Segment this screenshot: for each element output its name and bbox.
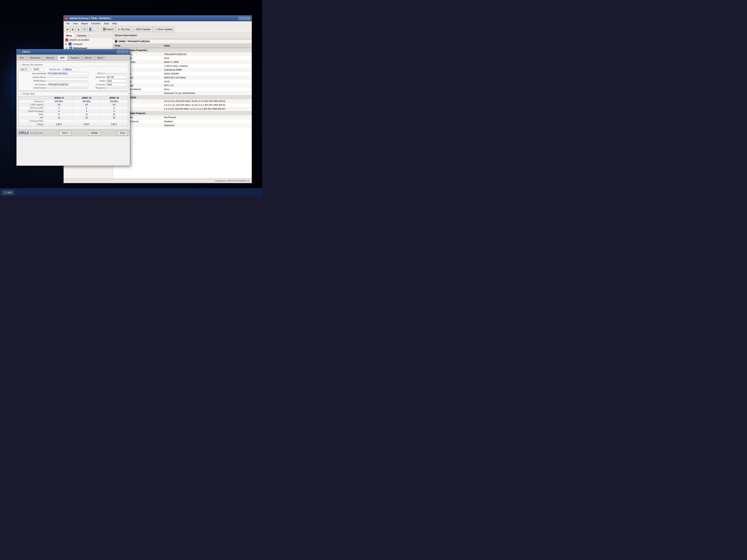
sidebar-item-computer[interactable]: ▶ 🖥 Computer bbox=[64, 42, 112, 46]
driver-label: Driver Updates bbox=[158, 28, 173, 30]
toolbar-back-button[interactable]: ◄ bbox=[65, 27, 70, 32]
toolbar-refresh-button[interactable]: ↺ bbox=[82, 27, 87, 32]
module-manuf-label: Module Manuf. bbox=[20, 76, 46, 78]
aida64-minimize-button[interactable]: − bbox=[238, 17, 242, 20]
memory-slot-section: — Memory Slot Selection Slot #1 ▼ DDR2 M… bbox=[18, 62, 128, 90]
correction-label: Correction bbox=[89, 83, 105, 86]
cas-j2: 4.0 bbox=[73, 103, 100, 106]
table-row: Module Size 1 GB (2 ranks, 4 banks) bbox=[113, 64, 252, 68]
menu-view[interactable]: View bbox=[72, 22, 80, 25]
aida64-titlebar: 64 AIDA64 Extreme [ TRIAL VERSION ] − □ … bbox=[64, 16, 252, 21]
ras-precharge-j1: 3 bbox=[45, 110, 73, 113]
value-refresh-rate: Reduced (7.8 us), Self-Refresh bbox=[162, 91, 252, 95]
aida64-app-icon: 64 bbox=[65, 17, 68, 20]
ras-cas-row: RAS# to CAS# 3 4 5 bbox=[19, 106, 128, 110]
toolbar-buynow-button[interactable]: ★ Buy Now bbox=[116, 27, 132, 32]
toolbar-bios-button[interactable]: ↓ BIOS Updates bbox=[132, 27, 153, 32]
report-label: Report bbox=[107, 28, 113, 30]
toolbar-report-button[interactable]: Report bbox=[101, 27, 115, 32]
menu-help[interactable]: Help bbox=[110, 22, 119, 25]
voltage-j1: 1.80 V bbox=[45, 123, 73, 126]
aida64-menubar: File View Report Favorites Tools Help bbox=[64, 21, 252, 26]
report-icon bbox=[103, 28, 106, 31]
taskbar-spd-button[interactable]: SPD bbox=[2, 190, 14, 195]
voltage-j2: 1.80 V bbox=[73, 123, 100, 126]
aida64-maximize-button[interactable]: □ bbox=[243, 17, 246, 20]
toolbar-graph-button[interactable]: 📈 bbox=[93, 27, 99, 32]
cpuz-maximize-button[interactable]: □ bbox=[121, 50, 125, 54]
cpuz-logo: CPU-Z bbox=[19, 131, 29, 135]
table-row: Weak Driver Supported bbox=[113, 124, 252, 128]
aida64-window-controls: − □ × bbox=[238, 17, 251, 20]
table-row: FET Switch External Disabled bbox=[113, 119, 252, 124]
sidebar-tab-favorites[interactable]: Favorites bbox=[75, 33, 89, 38]
slot-dropdown[interactable]: Slot #1 ▼ bbox=[20, 68, 30, 71]
sidebar-tab-menu[interactable]: Menu bbox=[64, 33, 75, 38]
correction-value: None bbox=[106, 83, 127, 86]
menu-tools[interactable]: Tools bbox=[102, 22, 111, 25]
table-row: Refresh Rate Reduced (7.8 us), Self-Refr… bbox=[113, 91, 252, 95]
module-size-label: Module Size bbox=[49, 69, 60, 71]
toolbar-up-button[interactable]: ▲ bbox=[76, 27, 81, 32]
ranks-label: Ranks bbox=[89, 80, 105, 82]
voltage-row: Voltage 1.80 V 1.80 V 1.80 V bbox=[19, 123, 128, 126]
cpuz-titlebar: Z CPU-Z − □ × bbox=[17, 49, 130, 55]
taskbar-spd-label: SPD bbox=[7, 191, 12, 194]
close-button[interactable]: Close bbox=[117, 131, 128, 135]
command-rate-j2 bbox=[73, 119, 100, 123]
command-rate-row: Command Rate bbox=[19, 119, 128, 123]
command-rate-j3 bbox=[100, 119, 128, 123]
tab-cpu[interactable]: CPU bbox=[17, 55, 27, 60]
section-memory-features: Memory Module Features bbox=[113, 111, 252, 115]
ras-precharge-j2: 4 bbox=[73, 110, 100, 113]
tab-about[interactable]: About bbox=[95, 55, 106, 60]
cpuz-title: CPU-Z bbox=[22, 51, 115, 53]
toolbar-favorites-button[interactable]: 👤 bbox=[87, 27, 93, 32]
menu-favorites[interactable]: Favorites bbox=[89, 22, 102, 25]
sidebar-item-aida64[interactable]: 64 AIDA64 v6.92.6600 bbox=[64, 38, 112, 42]
trc-row: tRC 12 16 20 bbox=[19, 116, 128, 119]
value-266mhz: 4-4-4-12 (CL-RCD-RP-RAS) / 16-28-2-4-2-2… bbox=[162, 103, 252, 107]
validate-button[interactable]: Validate bbox=[88, 131, 101, 135]
device-description-row: DIMM1: TRS1G667CL5BZX16 bbox=[113, 39, 252, 44]
dram-manuf-value bbox=[47, 81, 88, 81]
bios-label: BIOS Updates bbox=[136, 28, 151, 30]
cas-j1: 3.0 bbox=[45, 103, 73, 106]
value-analysis-probe: Not Present bbox=[162, 115, 252, 119]
tab-spd[interactable]: SPD bbox=[57, 55, 67, 60]
spd-ext-value bbox=[106, 73, 127, 74]
cpuz-footer: CPU-Z Ver. 2.08.0.x64 Tools ▼ Validate C… bbox=[17, 129, 130, 136]
command-rate-j1 bbox=[45, 119, 73, 123]
toolbar-driver-button[interactable]: ⊙ Driver Updates bbox=[153, 27, 175, 32]
cpuz-spd-body: — Memory Slot Selection Slot #1 ▼ DDR2 M… bbox=[17, 60, 130, 129]
sidebar-computer-label: Computer bbox=[73, 43, 82, 45]
toolbar-forward-button[interactable]: ► bbox=[70, 27, 76, 32]
tab-mainboard[interactable]: Mainboard bbox=[27, 55, 43, 60]
tab-bench[interactable]: Bench bbox=[82, 55, 94, 60]
week-year-value: 05 / 08 bbox=[106, 76, 127, 79]
table-row: @ 200 MHz 3-3-3-9 (CL-RCD-RP-RAS) / 12-2… bbox=[113, 107, 252, 111]
taskbar: SPD bbox=[0, 188, 262, 196]
value-module-name: TRS1G667CL5BZX16 bbox=[162, 52, 252, 56]
freq-j3: 333 MHz bbox=[100, 100, 128, 103]
tools-dropdown-arrow-icon: ▼ bbox=[67, 132, 69, 134]
frequency-row: Frequency 200 MHz 266 MHz 333 MHz bbox=[19, 100, 128, 103]
cpuz-minimize-button[interactable]: − bbox=[117, 50, 121, 54]
tools-button[interactable]: Tools ▼ bbox=[59, 131, 71, 135]
tab-memory[interactable]: Memory bbox=[44, 55, 57, 60]
menu-report[interactable]: Report bbox=[79, 22, 89, 25]
table-row: Module Width 64 bit bbox=[113, 80, 252, 83]
value-module-size: 1 GB (2 ranks, 4 banks) bbox=[162, 64, 252, 68]
tab-graphics[interactable]: Graphics bbox=[68, 55, 82, 60]
cpuz-app-icon: Z bbox=[18, 50, 21, 54]
cpuz-close-button[interactable]: × bbox=[125, 50, 129, 54]
aida64-close-button[interactable]: × bbox=[247, 17, 251, 20]
value-memory-type: DDR2 SDRAM bbox=[162, 72, 252, 76]
menu-file[interactable]: File bbox=[65, 22, 72, 25]
table-row: Memory Speed DDR2-667 (333 MHz) bbox=[113, 76, 252, 80]
part-number-label: Part Number bbox=[20, 83, 46, 86]
section-memory-timings: Memory Timings bbox=[113, 95, 252, 100]
ras-cas-label: RAS# to CAS# bbox=[19, 106, 45, 110]
module-manuf-value bbox=[47, 77, 88, 78]
value-module-type: Unbuffered DIMM bbox=[162, 68, 252, 72]
